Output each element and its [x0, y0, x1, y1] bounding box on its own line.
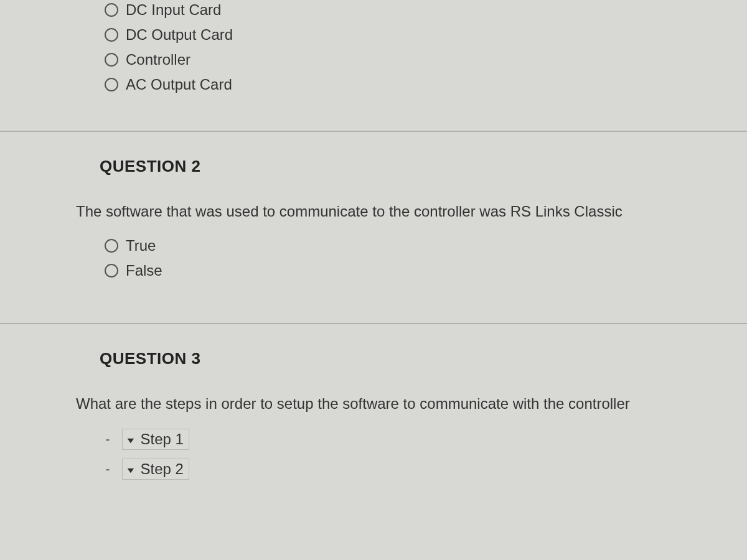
radio-option-false[interactable]: False — [105, 262, 747, 279]
step-placeholder: - — [100, 461, 116, 477]
radio-option-controller[interactable]: Controller — [105, 51, 747, 68]
radio-option-dc-input[interactable]: DC Input Card — [105, 1, 747, 19]
radio-label: Controller — [126, 51, 190, 68]
question-3: QUESTION 3 What are the steps in order t… — [62, 349, 747, 480]
radio-option-dc-output[interactable]: DC Output Card — [105, 26, 747, 44]
question-2-header: QUESTION 2 — [100, 157, 747, 176]
chevron-down-icon: ▼ — [125, 466, 136, 475]
question-divider — [0, 323, 747, 324]
radio-label: AC Output Card — [126, 76, 232, 93]
radio-label: DC Output Card — [126, 26, 233, 44]
chevron-down-icon: ▼ — [125, 436, 136, 446]
q2-options: True False — [62, 237, 747, 279]
radio-icon — [105, 264, 118, 278]
radio-option-ac-output[interactable]: AC Output Card — [105, 76, 747, 93]
radio-icon — [105, 28, 118, 42]
step-dropdown-1[interactable]: - ▼ Step 1 — [100, 429, 747, 450]
radio-icon — [105, 78, 118, 91]
question-2-text: The software that was used to communicat… — [76, 201, 747, 222]
step-label-text: Step 2 — [141, 460, 184, 477]
step-label-text: Step 1 — [141, 431, 184, 447]
radio-icon — [105, 53, 118, 67]
question-2: QUESTION 2 The software that was used to… — [62, 157, 747, 279]
question-3-header: QUESTION 3 — [100, 349, 747, 368]
q1-options: DC Input Card DC Output Card Controller … — [62, 0, 747, 93]
radio-option-true[interactable]: True — [105, 237, 747, 254]
radio-icon — [105, 3, 118, 17]
question-3-text: What are the steps in order to setup the… — [76, 393, 747, 414]
radio-icon — [105, 239, 118, 253]
radio-label: False — [126, 262, 162, 279]
question-divider — [0, 131, 747, 132]
step-placeholder: - — [100, 431, 116, 447]
step-dropdown-2[interactable]: - ▼ Step 2 — [100, 459, 747, 480]
radio-label: True — [126, 237, 156, 254]
radio-label: DC Input Card — [126, 1, 221, 19]
